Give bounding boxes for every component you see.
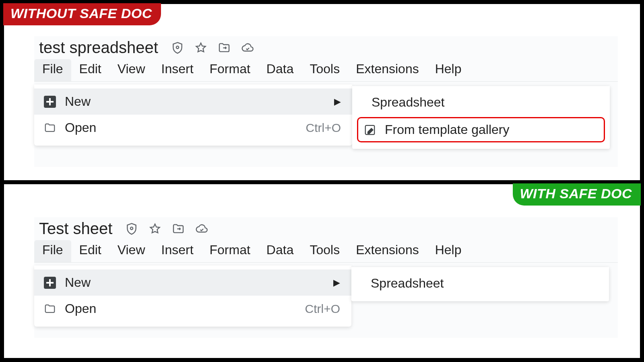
star-icon[interactable]: [194, 41, 207, 54]
sheets-window-without-safedoc: test spreadsheet File Edit View Insert F…: [34, 36, 618, 167]
document-title[interactable]: test spreadsheet: [39, 39, 158, 57]
submenu-spreadsheet-row[interactable]: Spreadsheet: [351, 270, 609, 296]
menu-help[interactable]: Help: [427, 240, 470, 262]
menu-data[interactable]: Data: [258, 240, 302, 262]
file-new-row[interactable]: New ▶: [34, 88, 352, 115]
submenu-spreadsheet-label: Spreadsheet: [371, 276, 444, 291]
menu-insert[interactable]: Insert: [153, 240, 201, 262]
privacy-shield-icon[interactable]: [125, 222, 138, 235]
sheets-window-with-safedoc: Test sheet File Edit View Insert Format …: [34, 217, 618, 338]
file-new-submenu: Spreadsheet: [351, 267, 609, 301]
file-new-label: New: [65, 94, 325, 109]
menu-bar: File Edit View Insert Format Data Tools …: [34, 239, 618, 263]
cloud-saved-icon[interactable]: [241, 41, 254, 54]
privacy-shield-icon[interactable]: [171, 41, 184, 54]
move-to-folder-icon[interactable]: [172, 222, 185, 235]
menu-edit[interactable]: Edit: [71, 240, 109, 262]
plus-box-icon: [44, 277, 56, 289]
title-bar: Test sheet: [34, 217, 618, 239]
move-to-folder-icon[interactable]: [218, 41, 231, 54]
menu-format[interactable]: Format: [202, 59, 258, 81]
cloud-saved-icon[interactable]: [195, 222, 208, 235]
submenu-spreadsheet-row[interactable]: Spreadsheet: [352, 89, 610, 115]
star-icon[interactable]: [149, 222, 161, 235]
menu-view[interactable]: View: [109, 240, 153, 262]
folder-outline-icon: [44, 122, 56, 134]
menu-extensions[interactable]: Extensions: [348, 59, 427, 81]
svg-point-2: [130, 227, 133, 229]
menu-help[interactable]: Help: [427, 59, 470, 81]
file-new-row[interactable]: New ▶: [34, 269, 351, 296]
without-safe-doc-tag: WITHOUT SAFE DOC: [3, 3, 161, 25]
comparison-frame: WITHOUT SAFE DOC test spreadsheet File E…: [0, 0, 644, 362]
menu-tools[interactable]: Tools: [301, 59, 348, 81]
menu-extensions[interactable]: Extensions: [348, 240, 427, 262]
submenu-template-gallery-row[interactable]: From template gallery: [357, 117, 605, 142]
folder-outline-icon: [44, 303, 56, 315]
menu-data[interactable]: Data: [258, 59, 302, 81]
file-dropdown: New ▶ Open Ctrl+O: [34, 265, 351, 327]
submenu-template-gallery-label: From template gallery: [385, 122, 509, 137]
menu-format[interactable]: Format: [202, 240, 258, 262]
file-open-label: Open: [65, 120, 297, 135]
menu-tools[interactable]: Tools: [301, 240, 348, 262]
submenu-arrow-icon: ▶: [334, 97, 341, 107]
plus-box-icon: [44, 96, 56, 108]
with-safe-doc-tag: WITH SAFE DOC: [513, 183, 641, 206]
file-new-submenu: Spreadsheet From template gallery: [352, 86, 610, 149]
submenu-spreadsheet-label: Spreadsheet: [372, 95, 444, 110]
file-open-row[interactable]: Open Ctrl+O: [34, 296, 351, 322]
menu-file[interactable]: File: [34, 240, 71, 262]
document-title[interactable]: Test sheet: [39, 220, 112, 238]
file-open-shortcut: Ctrl+O: [305, 302, 340, 316]
menu-view[interactable]: View: [109, 59, 153, 81]
title-bar: test spreadsheet: [34, 36, 618, 58]
menu-insert[interactable]: Insert: [153, 59, 201, 81]
menu-bar: File Edit View Insert Format Data Tools …: [34, 58, 618, 82]
template-edit-icon: [364, 124, 376, 136]
submenu-arrow-icon: ▶: [333, 278, 340, 288]
menu-file[interactable]: File: [34, 59, 71, 81]
file-dropdown: New ▶ Open Ctrl+O: [34, 84, 352, 146]
file-new-label: New: [65, 275, 324, 290]
svg-point-0: [176, 46, 179, 48]
menu-edit[interactable]: Edit: [71, 59, 109, 81]
file-open-row[interactable]: Open Ctrl+O: [34, 115, 352, 141]
file-open-shortcut: Ctrl+O: [305, 121, 341, 135]
file-open-label: Open: [65, 301, 296, 316]
